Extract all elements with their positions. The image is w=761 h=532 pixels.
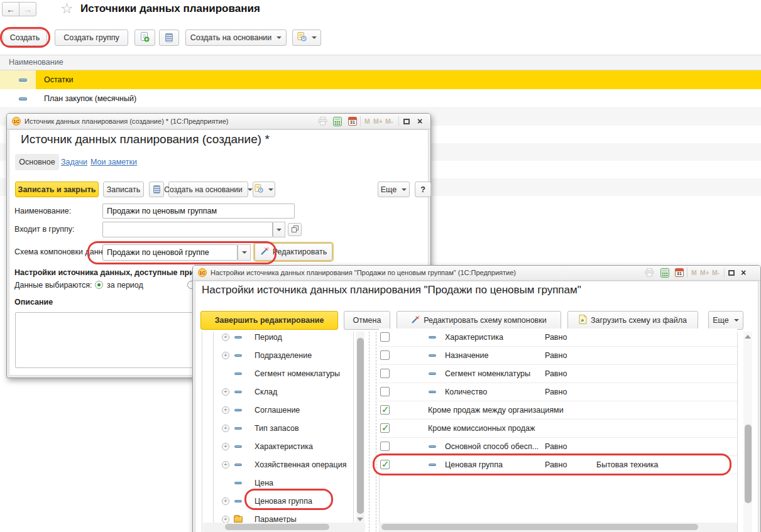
checkbox-checked[interactable]: ✓	[380, 460, 390, 469]
set-interval-button[interactable]	[149, 182, 164, 197]
checkbox-checked[interactable]: ✓	[380, 423, 390, 433]
filter-row[interactable]: Сегмент номенклатуры Равно	[379, 365, 737, 383]
expand-icon[interactable]: +	[222, 497, 229, 505]
memory-mplus-button[interactable]: M+	[373, 117, 383, 125]
calendar-icon[interactable]: 31	[675, 268, 684, 277]
scroll-down-icon[interactable]	[357, 518, 363, 521]
set-interval-button[interactable]	[159, 30, 179, 46]
memory-mminus-button[interactable]: M-	[385, 117, 393, 125]
expand-icon[interactable]: +	[222, 425, 229, 432]
expand-icon[interactable]: +	[222, 461, 229, 469]
tree-hscrollbar-thumb[interactable]	[225, 524, 329, 530]
dialog-heading: Настройки источника данных планирования …	[202, 284, 581, 296]
tab-main[interactable]: Основное	[15, 154, 59, 170]
tree-scrollbar-thumb[interactable]	[357, 338, 364, 514]
checkbox-unchecked[interactable]	[380, 369, 390, 378]
expand-icon[interactable]: +	[222, 443, 229, 450]
checkbox-unchecked[interactable]	[380, 332, 390, 342]
edit-composition-schema-button[interactable]: Редактировать схему компоновки	[397, 311, 561, 330]
checkbox-unchecked[interactable]	[380, 387, 390, 396]
tree-item[interactable]: + Тип запасов	[214, 420, 365, 438]
tab-notes[interactable]: Мои заметки	[90, 158, 137, 166]
filter-condition: Равно	[545, 365, 567, 383]
filter-row[interactable]: Назначение Равно	[379, 347, 737, 365]
star-icon[interactable]: ☆	[60, 0, 74, 17]
radio-period[interactable]	[95, 281, 103, 289]
schema-input[interactable]: Продажи по ценовой группе	[102, 244, 238, 261]
tree-item[interactable]: + Подразделение	[214, 347, 365, 365]
checkbox-checked[interactable]: ✓	[380, 405, 390, 415]
calendar-icon[interactable]: 31	[348, 117, 357, 126]
reports-button[interactable]	[292, 30, 321, 46]
memory-m-button[interactable]: M	[691, 269, 697, 276]
tab-tasks[interactable]: Задачи	[61, 158, 87, 166]
tree-item[interactable]: Сегмент номенклатуры	[214, 365, 365, 383]
more-button[interactable]: Еще	[708, 311, 743, 330]
load-schema-button[interactable]: Загрузить схему из файла	[567, 311, 698, 330]
filter-row-price-group[interactable]: ✓ Ценовая группа Равно Бытовая техника	[379, 456, 737, 474]
group-open-button[interactable]	[288, 223, 302, 236]
print-icon[interactable]	[318, 117, 327, 128]
save-button[interactable]: Записать	[103, 182, 144, 197]
filter-row[interactable]: ✓ Кроме продаж между организациями	[379, 401, 737, 420]
calculator-icon[interactable]	[333, 117, 342, 128]
tree-item[interactable]: + Склад	[214, 383, 365, 401]
filter-row[interactable]: ✓ Кроме комиссионных продаж	[379, 420, 737, 438]
create-button[interactable]: Создать	[3, 30, 47, 46]
back-button[interactable]: ←	[2, 2, 19, 16]
filter-row[interactable]: Количество Равно	[379, 383, 737, 401]
window-titlebar[interactable]: 1С Источник данных планирования (создани…	[7, 114, 430, 129]
schema-dropdown-button[interactable]	[238, 244, 251, 261]
checkbox-unchecked[interactable]	[380, 350, 390, 360]
list-row[interactable]: План закупок (месячный)	[0, 89, 761, 108]
create-group-button[interactable]: Создать группу	[55, 30, 128, 46]
tree-item[interactable]: + Период	[214, 328, 365, 347]
maximize-icon[interactable]	[403, 119, 410, 124]
tree-item[interactable]: + Соглашение	[214, 401, 365, 420]
list-header-name[interactable]: Наименование	[0, 55, 761, 70]
list-row-selected[interactable]: Остатки	[0, 70, 761, 89]
more-button[interactable]: Еще	[378, 182, 410, 197]
scroll-up-icon[interactable]	[745, 335, 751, 339]
forward-button[interactable]: →	[19, 2, 36, 16]
cancel-button[interactable]: Отмена	[344, 311, 390, 330]
maximize-icon[interactable]	[728, 270, 735, 276]
save-close-button[interactable]: Записать и закрыть	[15, 182, 99, 197]
filter-row[interactable]: Характеристика Равно	[379, 328, 737, 347]
finish-editing-button[interactable]: Завершить редактирование	[200, 311, 338, 330]
group-dropdown-button[interactable]	[273, 222, 285, 237]
tree-item[interactable]: + Характеристика	[214, 438, 365, 456]
expand-icon[interactable]: +	[222, 352, 229, 359]
filter-row[interactable]: Основной способ обесп... Равно	[379, 438, 737, 456]
group-input[interactable]	[102, 222, 273, 237]
name-field-label: Наименование:	[14, 207, 71, 215]
reports-button[interactable]	[253, 182, 275, 197]
expand-icon[interactable]: +	[222, 334, 229, 341]
expand-icon[interactable]: +	[222, 406, 229, 414]
item-dash-icon	[429, 464, 436, 466]
splitter-dashed-line[interactable]	[369, 332, 370, 532]
name-input[interactable]: Продажи по ценовым группам	[102, 204, 295, 219]
memory-mplus-button[interactable]: M+	[700, 269, 709, 276]
close-icon[interactable]: ×	[417, 116, 422, 126]
splitter-dashed-line[interactable]	[376, 332, 376, 532]
expand-icon[interactable]: +	[222, 388, 229, 396]
help-button[interactable]: ?	[415, 182, 431, 197]
filter-label: Основной способ обесп...	[445, 438, 539, 455]
close-icon[interactable]: ×	[741, 268, 746, 278]
checkbox-unchecked[interactable]	[380, 442, 390, 451]
print-icon[interactable]	[645, 268, 654, 279]
create-based-on-button[interactable]: Создать на основании	[185, 30, 287, 46]
filter-scrollbar-thumb[interactable]	[745, 425, 752, 503]
create-based-on-button[interactable]: Создать на основании	[168, 182, 248, 197]
filter-hscrollbar-thumb[interactable]	[381, 524, 698, 530]
memory-m-button[interactable]: M	[364, 117, 370, 125]
tree-item[interactable]: Цена	[214, 474, 365, 492]
copy-item-button[interactable]	[134, 30, 155, 46]
memory-mminus-button[interactable]: M-	[712, 269, 720, 276]
window-titlebar[interactable]: 1С Настройки источника данных планирован…	[193, 266, 760, 281]
edit-schema-button[interactable]: Редактировать	[255, 243, 332, 261]
calculator-icon[interactable]	[660, 268, 669, 280]
tree-item-price-group[interactable]: + Ценовая группа	[214, 492, 365, 511]
tree-item[interactable]: + Хозяйственная операция	[214, 456, 365, 474]
